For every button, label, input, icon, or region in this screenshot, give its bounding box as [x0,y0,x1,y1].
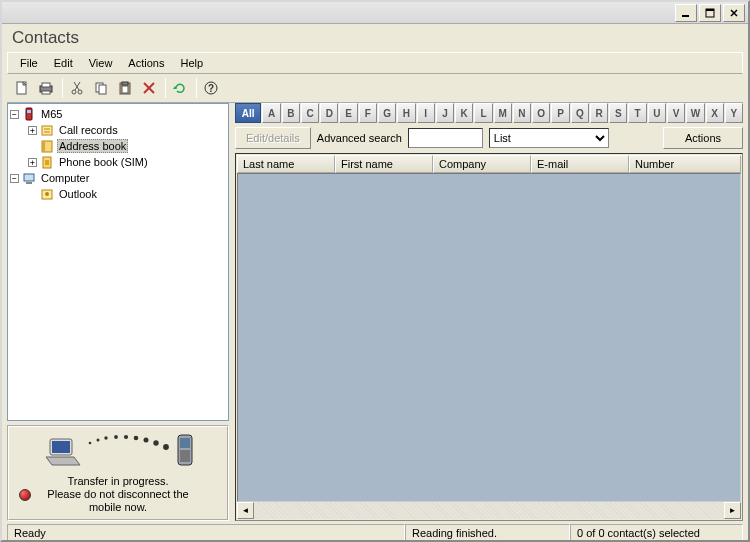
search-row: Edit/details Advanced search List Action… [235,127,743,149]
tree-collapse-icon[interactable]: − [10,110,19,119]
menu-actions[interactable]: Actions [120,55,172,71]
folder-tree[interactable]: − M65 + Call records Address book + [7,103,229,421]
alpha-tab-c[interactable]: C [301,103,319,123]
svg-rect-39 [52,441,70,453]
svg-point-48 [163,444,169,450]
new-icon[interactable] [11,77,33,99]
horizontal-scrollbar[interactable]: ◄ ► [237,502,741,519]
menu-edit[interactable]: Edit [46,55,81,71]
menu-view[interactable]: View [81,55,121,71]
alpha-tab-t[interactable]: T [628,103,646,123]
alpha-tab-u[interactable]: U [648,103,666,123]
menu-file[interactable]: File [12,55,46,71]
svg-rect-34 [26,182,32,184]
svg-rect-2 [706,9,714,11]
alpha-tab-r[interactable]: R [590,103,608,123]
paste-icon[interactable] [114,77,136,99]
maximize-button[interactable] [699,4,721,22]
alpha-tab-d[interactable]: D [320,103,338,123]
alpha-tab-i[interactable]: I [417,103,435,123]
scroll-right-icon[interactable]: ► [724,502,741,519]
edit-details-button[interactable]: Edit/details [235,127,311,149]
column-last-name[interactable]: Last name [237,155,335,173]
column-email[interactable]: E-mail [531,155,629,173]
help-icon[interactable]: ? [200,77,222,99]
tree-node-outlook[interactable]: Outlook [57,188,99,200]
outlook-icon [40,187,54,201]
alpha-tab-j[interactable]: J [436,103,454,123]
alpha-tab-m[interactable]: M [494,103,512,123]
minimize-button[interactable] [675,4,697,22]
alpha-tab-b[interactable]: B [282,103,300,123]
svg-rect-33 [24,174,34,181]
alpha-tab-v[interactable]: V [667,103,685,123]
call-records-icon [40,123,54,137]
close-button[interactable] [723,4,745,22]
tree-node-address-book[interactable]: Address book [57,139,128,153]
svg-rect-0 [682,15,689,17]
svg-rect-32 [45,160,49,165]
scroll-left-icon[interactable]: ◄ [237,502,254,519]
alpha-tab-a[interactable]: A [262,103,280,123]
delete-icon[interactable] [138,77,160,99]
app-title: Contacts [2,24,748,50]
svg-rect-51 [180,450,190,462]
svg-rect-25 [27,110,31,113]
alpha-tab-f[interactable]: F [359,103,377,123]
alpha-tab-p[interactable]: P [551,103,569,123]
svg-point-40 [89,442,92,445]
advanced-search-label: Advanced search [317,132,402,144]
sidebar: − M65 + Call records Address book + [7,103,229,521]
cut-icon[interactable] [66,77,88,99]
table-body[interactable] [237,173,741,502]
alpha-tab-x[interactable]: X [706,103,724,123]
alpha-tab-l[interactable]: L [474,103,492,123]
toolbar: ? [7,74,743,103]
column-number[interactable]: Number [629,155,741,173]
sync-icon[interactable] [169,77,191,99]
svg-rect-17 [122,82,128,85]
transfer-panel: Transfer in progress. Please do not disc… [7,425,229,521]
scroll-track[interactable] [254,502,724,519]
search-input[interactable] [408,128,483,148]
alpha-tab-g[interactable]: G [378,103,396,123]
print-icon[interactable] [35,77,57,99]
svg-point-13 [78,90,82,94]
tree-collapse-icon[interactable]: − [10,174,19,183]
menubar: File Edit View Actions Help [7,52,743,74]
alpha-tab-n[interactable]: N [513,103,531,123]
actions-button[interactable]: Actions [663,127,743,149]
svg-rect-18 [122,86,128,93]
alpha-tab-y[interactable]: Y [725,103,743,123]
statusbar: Ready Reading finished. 0 of 0 contact(s… [7,523,743,542]
alpha-tab-e[interactable]: E [339,103,357,123]
alpha-tab-k[interactable]: K [455,103,473,123]
view-mode-select[interactable]: List [489,128,609,148]
status-led-icon [19,489,31,501]
svg-rect-24 [26,108,32,120]
contacts-table: Last name First name Company E-mail Numb… [235,153,743,521]
alpha-tab-s[interactable]: S [609,103,627,123]
svg-line-11 [75,82,80,90]
alpha-tab-o[interactable]: O [532,103,550,123]
svg-rect-30 [42,141,45,152]
address-book-icon [40,139,54,153]
menu-help[interactable]: Help [172,55,211,71]
tree-node-call-records[interactable]: Call records [57,124,120,136]
alpha-tab-q[interactable]: Q [571,103,589,123]
computer-icon [22,171,36,185]
tree-node-computer[interactable]: Computer [39,172,91,184]
transfer-line: Please do not disconnect the [47,488,188,501]
svg-line-10 [74,82,79,90]
alpha-tab-all[interactable]: All [235,103,261,123]
copy-icon[interactable] [90,77,112,99]
column-first-name[interactable]: First name [335,155,433,173]
alpha-tab-w[interactable]: W [686,103,704,123]
column-company[interactable]: Company [433,155,531,173]
tree-expand-icon[interactable]: + [28,158,37,167]
tree-node-phone-book-sim[interactable]: Phone book (SIM) [57,156,150,168]
tree-expand-icon[interactable]: + [28,126,37,135]
tree-node-device[interactable]: M65 [39,108,64,120]
alpha-tab-h[interactable]: H [397,103,415,123]
svg-point-43 [114,435,118,439]
